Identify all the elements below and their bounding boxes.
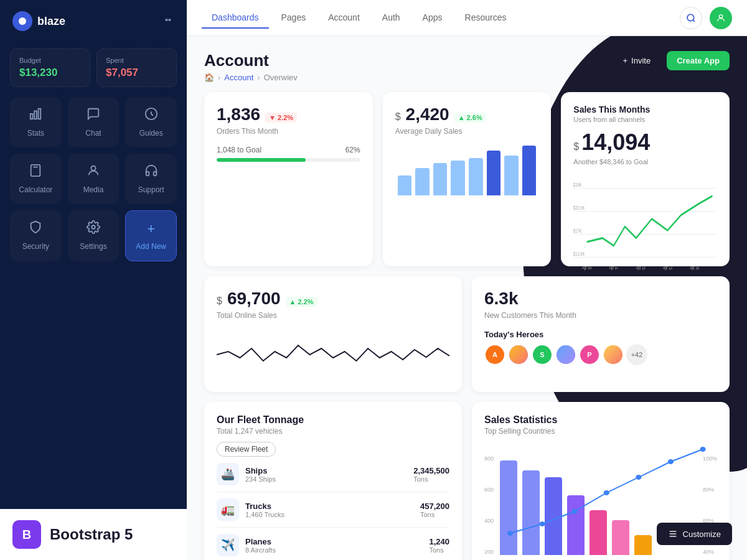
new-customers-label: New Customers This Month	[484, 311, 717, 320]
customize-button[interactable]: Customize	[657, 523, 732, 545]
nav-link-auth[interactable]: Auth	[372, 7, 410, 29]
svg-point-40	[636, 475, 641, 480]
planes-icon: ✈️	[217, 534, 239, 556]
sales-month-sub: Another $48,346 to Goal	[573, 158, 717, 166]
sidebar-item-calculator[interactable]: Calculator	[10, 154, 62, 204]
sidebar-item-add-new[interactable]: + Add New	[125, 210, 177, 261]
orders-progress-bar-wrap	[217, 158, 360, 162]
page-title: Account	[204, 51, 298, 70]
daily-sales-value: 2,420	[406, 105, 449, 124]
chat-label: Chat	[85, 129, 101, 138]
sales-month-title: Sales This Months	[573, 105, 717, 114]
breadcrumb-account[interactable]: Account	[224, 73, 253, 82]
nav-grid: Stats Chat Guides Calculator Media	[0, 97, 187, 268]
orders-value-area: 1,836 ▼ 2.2%	[217, 105, 360, 124]
svg-text:$13.5K: $13.5K	[573, 250, 585, 257]
budget-label: Budget	[19, 57, 81, 64]
orders-card: 1,836 ▼ 2.2% Orders This Month 1,048 to …	[204, 92, 373, 266]
content-area: Account 🏠 › Account › Overwiev + Invite …	[187, 36, 747, 560]
sales-month-subtitle: Users from all channels	[573, 116, 717, 123]
logo-area: blaze	[12, 11, 65, 31]
customize-label: Customize	[683, 530, 721, 539]
sidebar-item-media[interactable]: Media	[68, 154, 120, 204]
total-sales-badge: ▲ 2.2%	[286, 297, 317, 307]
sales-month-value: 14,094	[581, 129, 650, 156]
create-app-button[interactable]: Create App	[667, 51, 730, 70]
orders-progress-row: 1,048 to Goal 62%	[217, 146, 360, 154]
svg-point-2	[169, 19, 171, 21]
nav-link-account[interactable]: Account	[318, 7, 370, 29]
invite-plus-icon: +	[622, 56, 627, 65]
svg-rect-4	[34, 111, 37, 119]
ships-icon: 🚢	[217, 463, 239, 485]
total-sales-value-area: $ 69,700 ▲ 2.2%	[217, 289, 449, 309]
orders-progress-fill	[217, 158, 306, 162]
calculator-icon	[29, 164, 42, 180]
bottom-row: Our Fleet Tonnage Total 1,247 vehicles R…	[204, 402, 730, 560]
support-label: Support	[138, 185, 164, 194]
sidebar-item-security[interactable]: Security	[10, 210, 62, 261]
sidebar-item-stats[interactable]: Stats	[10, 97, 62, 147]
trucks-icon: 🚛	[217, 498, 239, 521]
bar-4	[451, 161, 465, 195]
settings-icon	[87, 220, 100, 237]
trucks-name: Trucks	[245, 502, 284, 511]
planes-name: Planes	[245, 537, 276, 546]
sales-stats-subtitle: Top Selling Countries	[484, 427, 717, 436]
fleet-card: Our Fleet Tonnage Total 1,247 vehicles R…	[204, 402, 462, 560]
svg-point-0	[19, 17, 26, 25]
media-icon	[87, 164, 100, 180]
sidebar-header: blaze	[0, 0, 187, 42]
spent-value: $7,057	[106, 67, 167, 79]
new-customers-value: 6.3k	[484, 289, 717, 309]
svg-point-36	[507, 531, 513, 536]
hero-5: P	[579, 344, 600, 365]
daily-sales-badge: ▲ 2.6%	[454, 113, 486, 123]
calculator-label: Calculator	[19, 185, 52, 194]
svg-rect-5	[39, 109, 41, 119]
invite-button[interactable]: + Invite	[613, 51, 660, 70]
fleet-item-planes: ✈️ Planes 8 Aircrafts 1,240 Tons	[217, 528, 449, 560]
planes-sub: 8 Aircrafts	[245, 546, 276, 554]
nav-link-pages[interactable]: Pages	[271, 7, 316, 29]
nav-link-dashboards[interactable]: Dashboards	[202, 7, 269, 29]
hero-2	[508, 344, 529, 365]
orders-value: 1,836	[217, 105, 260, 124]
svg-text:$24K: $24K	[573, 182, 582, 189]
sidebar-item-guides[interactable]: Guides	[125, 97, 177, 147]
support-icon	[144, 164, 158, 180]
invite-label: Invite	[631, 56, 651, 65]
new-customers-card: 6.3k New Customers This Month Today's He…	[472, 276, 730, 392]
sidebar-item-chat[interactable]: Chat	[68, 97, 120, 147]
stats-icon	[29, 107, 42, 124]
planes-unit: Tons	[429, 546, 449, 554]
breadcrumb: 🏠 › Account › Overwiev	[204, 73, 298, 82]
sales-month-card: Sales This Months Users from all channel…	[561, 92, 730, 266]
review-fleet-button[interactable]: Review Fleet	[217, 442, 276, 457]
nav-link-resources[interactable]: Resources	[455, 7, 517, 29]
menu-icon[interactable]	[162, 14, 174, 29]
search-button[interactable]	[680, 7, 702, 29]
main-content: Dashboards Pages Account Auth Apps Resou…	[187, 0, 747, 560]
total-sales-value: 69,700	[227, 289, 281, 309]
bar-3	[433, 163, 448, 195]
hero-6	[603, 344, 624, 365]
stats-row-2: $ 69,700 ▲ 2.2% Total Online Sales	[204, 276, 730, 392]
user-avatar[interactable]	[710, 7, 732, 29]
header-actions: + Invite Create App	[613, 51, 730, 70]
fleet-subtitle: Total 1,247 vehicles	[217, 427, 449, 436]
trucks-value: 457,200	[420, 502, 449, 511]
svg-text:$20.5K: $20.5K	[573, 205, 585, 212]
svg-text:Apr 07: Apr 07	[609, 265, 619, 271]
spent-card: Spent $7,057	[96, 49, 177, 87]
orders-pct: 62%	[345, 146, 360, 154]
sidebar-item-settings[interactable]: Settings	[68, 210, 120, 261]
sidebar-item-support[interactable]: Support	[125, 154, 177, 204]
svg-rect-3	[31, 114, 33, 119]
svg-point-1	[166, 19, 167, 21]
nav-link-apps[interactable]: Apps	[413, 7, 453, 29]
heroes-extra-count: +42	[626, 344, 647, 365]
bar-1	[398, 175, 412, 195]
svg-point-38	[571, 509, 577, 514]
hero-1: A	[484, 344, 505, 365]
